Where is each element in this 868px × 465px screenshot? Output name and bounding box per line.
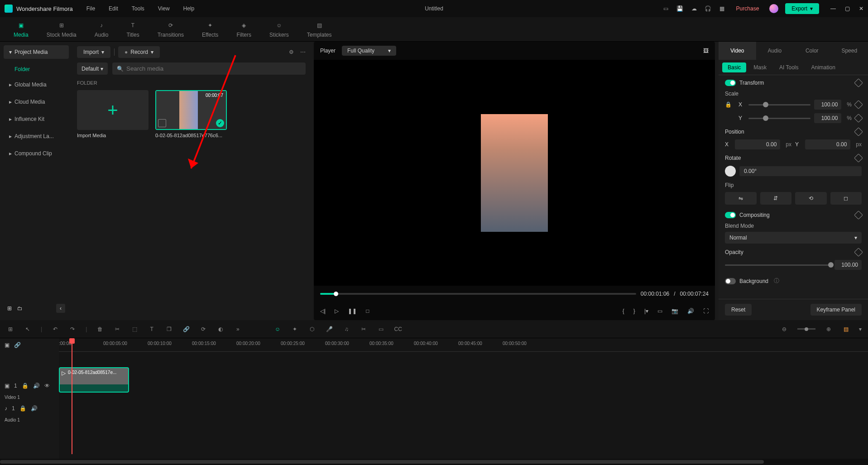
display-icon[interactable]: ▭ (657, 308, 662, 314)
volume-icon[interactable]: 🔊 (687, 308, 694, 314)
flip-both-button[interactable]: ⟲ (795, 192, 827, 205)
snapshot-icon[interactable]: 🖼 (703, 48, 709, 54)
flip-reset-button[interactable]: ◻ (830, 192, 862, 205)
mute-video-icon[interactable]: 🔊 (33, 383, 40, 389)
ribbon-stock[interactable]: ⊞Stock Media (47, 21, 77, 38)
undo-icon[interactable]: ↶ (51, 326, 59, 332)
subtab-basic[interactable]: Basic (722, 62, 746, 72)
zoom-in-icon[interactable]: ⊕ (825, 326, 833, 332)
maximize-icon[interactable]: ▢ (845, 5, 850, 12)
scale-y-value[interactable]: 100.00 (814, 113, 841, 123)
playhead[interactable] (72, 338, 72, 454)
keyframe-icon[interactable] (854, 153, 863, 163)
shield-icon[interactable]: ⬡ (308, 326, 316, 332)
adjustment-layer[interactable]: ▸Adjustment La... (4, 129, 69, 144)
copy-icon[interactable]: ❐ (165, 326, 173, 332)
timeline-ruler[interactable]: :00:00 00:00:05:00 00:00:10:00 00:00:15:… (59, 338, 868, 352)
more-icon[interactable]: ⋯ (300, 49, 306, 55)
tab-speed[interactable]: Speed (831, 42, 868, 60)
scale-x-value[interactable]: 100.00 (814, 100, 841, 110)
pause-icon[interactable]: ❚❚ (348, 308, 357, 314)
playback-scrubber[interactable] (320, 293, 636, 295)
timeline-view-icon[interactable]: ▤ (842, 326, 850, 332)
video-preview[interactable] (314, 60, 715, 286)
cut-icon[interactable]: ✂ (113, 326, 121, 332)
search-media[interactable]: 🔍 (112, 62, 306, 75)
stop-icon[interactable]: □ (366, 308, 369, 314)
scale-x-slider[interactable] (748, 104, 810, 105)
transform-toggle[interactable] (725, 80, 736, 86)
keyframe-panel-button[interactable]: Keyframe Panel (810, 304, 862, 316)
keyframe-icon[interactable] (854, 114, 863, 123)
pos-y-value[interactable]: 0.00 (805, 139, 850, 149)
compound-clip[interactable]: ▸Compound Clip (4, 146, 69, 161)
tab-audio[interactable]: Audio (756, 42, 794, 60)
music-icon[interactable]: ♫ (342, 326, 350, 332)
ribbon-titles[interactable]: TTitles (126, 21, 139, 38)
timeline-scrollbar[interactable] (0, 459, 868, 465)
folder-item[interactable]: Folder (4, 62, 69, 77)
frame-icon[interactable]: ▭ (377, 326, 385, 332)
media-clip[interactable]: 00:00:07 ✓ 0-02-05-812ad08517e776c6... (155, 90, 227, 138)
redo-icon[interactable]: ↷ (68, 326, 77, 332)
prev-frame-icon[interactable]: ◁| (320, 308, 326, 314)
background-toggle[interactable] (725, 278, 736, 284)
fullscreen-icon[interactable]: ⛶ (703, 308, 709, 314)
quality-select[interactable]: Full Quality▾ (342, 46, 396, 56)
mark-out-icon[interactable]: } (633, 308, 635, 314)
tl-link-icon[interactable]: 🔗 (14, 342, 21, 348)
reset-button[interactable]: Reset (725, 304, 752, 316)
import-media-tile[interactable]: + Import Media (77, 90, 149, 138)
delete-icon[interactable]: 🗑 (96, 326, 104, 332)
subtab-mask[interactable]: Mask (748, 62, 772, 72)
keyframe-icon[interactable] (854, 127, 863, 136)
close-icon[interactable]: ✕ (859, 5, 863, 12)
ribbon-filters[interactable]: ◈Filters (236, 21, 251, 38)
new-bin-icon[interactable]: 🗀 (17, 305, 23, 312)
compositing-toggle[interactable] (725, 212, 736, 218)
menu-edit[interactable]: Edit (109, 5, 118, 12)
flip-h-button[interactable]: ⇋ (725, 192, 757, 205)
lock-track-icon[interactable]: 🔒 (22, 383, 29, 389)
opacity-value[interactable]: 100.00 (834, 260, 862, 270)
ribbon-transitions[interactable]: ⟳Transitions (158, 21, 184, 38)
export-button[interactable]: Export▾ (785, 3, 819, 14)
tl-cursor-icon[interactable]: ↖ (24, 326, 32, 332)
menu-tools[interactable]: Tools (132, 5, 144, 12)
play-icon[interactable]: ▷ (335, 308, 339, 314)
filter-icon[interactable]: ⚙ (289, 49, 294, 55)
zoom-slider[interactable] (797, 328, 815, 330)
flip-v-button[interactable]: ⇵ (760, 192, 792, 205)
menu-view[interactable]: View (158, 5, 170, 12)
link-icon[interactable]: 🔗 (182, 326, 190, 332)
ribbon-audio[interactable]: ♪Audio (95, 21, 109, 38)
subtab-ai[interactable]: AI Tools (774, 62, 804, 72)
tl-edit-mode-icon[interactable]: ▣ (5, 342, 10, 348)
global-media[interactable]: ▸Global Media (4, 77, 69, 92)
influence-kit[interactable]: ▸Influence Kit (4, 111, 69, 127)
mark-in-icon[interactable]: { (623, 308, 624, 314)
lock-audio-icon[interactable]: 🔒 (19, 405, 26, 412)
keyframe-icon[interactable] (854, 100, 863, 109)
pos-x-value[interactable]: 0.00 (735, 139, 780, 149)
rotation-knob[interactable] (725, 166, 736, 177)
cloud-icon[interactable]: ☁ (691, 5, 698, 12)
zoom-out-icon[interactable]: ⊖ (780, 326, 788, 332)
smiley-icon[interactable]: ☺ (273, 326, 282, 332)
more-tools-icon[interactable]: » (234, 326, 242, 332)
cc-icon[interactable]: CC (394, 326, 402, 332)
menu-file[interactable]: File (86, 5, 95, 12)
minimize-icon[interactable]: — (830, 5, 836, 12)
visibility-icon[interactable]: 👁 (44, 383, 50, 389)
crop-icon[interactable]: ⬚ (130, 326, 139, 332)
subtab-animation[interactable]: Animation (806, 62, 840, 72)
keyframe-icon[interactable] (854, 78, 863, 87)
apps-icon[interactable]: ▦ (719, 5, 726, 12)
color-icon[interactable]: ◐ (216, 326, 225, 332)
lock-icon[interactable]: 🔒 (725, 101, 732, 108)
ribbon-effects[interactable]: ✦Effects (202, 21, 218, 38)
ribbon-templates[interactable]: ▤Templates (307, 21, 332, 38)
opacity-slider[interactable] (725, 264, 831, 266)
tab-color[interactable]: Color (793, 42, 831, 60)
user-avatar[interactable] (769, 4, 778, 13)
